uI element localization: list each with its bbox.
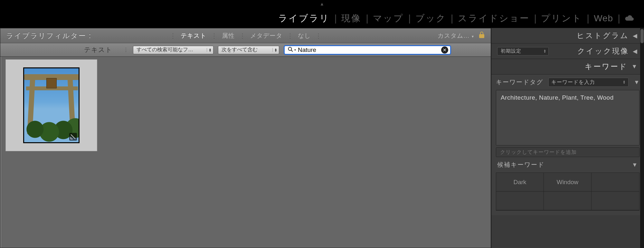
- filter-bar-title: ライブラリフィルター :: [6, 31, 91, 41]
- histogram-panel-header[interactable]: ヒストグラム ◀: [491, 28, 644, 44]
- expand-down-icon[interactable]: ▼: [634, 79, 639, 86]
- filter-lock-icon[interactable]: [478, 31, 485, 40]
- stepper-arrows-icon: ▲▼: [272, 48, 278, 52]
- grid-left-edge: [0, 57, 2, 248]
- collapse-left-icon: ◀: [633, 48, 638, 55]
- keyword-add-placeholder: クリックしてキーワードを追加: [500, 149, 577, 156]
- search-field-value: すべての検索可能なフ…: [137, 46, 193, 53]
- center-pane: ライブラリフィルター : ⋮ テキスト ⋮ 属性 ⋮ メタデータ ⋮ なし ⋮ …: [0, 28, 491, 248]
- right-scrollbar-track[interactable]: [640, 28, 644, 248]
- keyword-panel-header[interactable]: キーワード ▼: [491, 59, 644, 74]
- expand-down-icon[interactable]: ▼: [632, 162, 638, 168]
- keyword-add-input[interactable]: クリックしてキーワードを追加: [496, 147, 639, 157]
- suggested-keyword[interactable]: [592, 173, 639, 192]
- keyword-panel: キーワードタグ キーワードを入力 ▲▼ ▼ Architecture, Natu…: [491, 74, 644, 215]
- module-separator: |: [408, 13, 411, 24]
- module-separator: |: [366, 13, 368, 24]
- thumbnail-grid[interactable]: [0, 57, 491, 248]
- right-panel: ヒストグラム ◀ 初期設定 ▲▼ クイック現像 ◀ キーワード ▼ キーワードタ…: [491, 28, 644, 248]
- filter-separator: ⋮: [170, 32, 176, 40]
- keyword-tag-mode-value: キーワードを入力: [551, 79, 595, 86]
- filter-tab-text[interactable]: テキスト: [176, 32, 211, 40]
- collapse-left-icon: ◀: [633, 32, 638, 39]
- search-mode-dropdown-icon[interactable]: ▾: [294, 48, 298, 52]
- clear-search-icon[interactable]: ✕: [441, 46, 448, 54]
- keyword-tag-label: キーワードタグ: [496, 78, 543, 86]
- suggested-keyword[interactable]: [496, 192, 544, 210]
- expand-down-icon: ▼: [631, 63, 638, 70]
- quick-collection-badge-icon[interactable]: [69, 133, 77, 141]
- filter-separator: ⋮: [211, 32, 217, 40]
- right-scrollbar-thumb[interactable]: [640, 29, 644, 43]
- module-separator: |: [618, 13, 620, 24]
- module-separator: |: [587, 13, 589, 24]
- histogram-label: ヒストグラム: [577, 31, 629, 41]
- filter-separator: ⋮: [287, 32, 293, 40]
- thumbnail-cell[interactable]: [5, 59, 97, 151]
- suggested-keyword[interactable]: [592, 192, 639, 210]
- module-library[interactable]: ライブラリ: [274, 12, 334, 25]
- filter-tab-metadata[interactable]: メタデータ: [246, 32, 287, 40]
- cloud-sync-icon[interactable]: [620, 13, 634, 24]
- filter-separator: ⋮: [239, 32, 246, 40]
- keyword-list-box[interactable]: Architecture, Nature, Plant, Tree, Wood: [496, 90, 639, 145]
- stepper-arrows-icon: ▲▼: [544, 49, 546, 53]
- module-separator: |: [451, 13, 453, 24]
- quick-develop-label: クイック現像: [577, 46, 629, 56]
- module-print[interactable]: プリント: [536, 12, 587, 25]
- keyword-list-value: Architecture, Nature, Plant, Tree, Wood: [501, 94, 614, 101]
- keyword-label: キーワード: [585, 62, 628, 72]
- suggested-keywords-grid: Dark Window: [496, 173, 639, 211]
- module-web[interactable]: Web: [589, 13, 618, 24]
- filter-preset-dropdown[interactable]: カスタム… ▾: [438, 32, 474, 40]
- stepper-arrows-icon: ▲▼: [623, 80, 626, 84]
- suggested-keyword[interactable]: Dark: [496, 173, 544, 192]
- top-reveal-arrow[interactable]: ▲: [320, 1, 324, 6]
- module-map[interactable]: マップ: [368, 12, 408, 25]
- photo-preview: [24, 68, 79, 142]
- search-rule-select[interactable]: 次をすべて含む ▲▼: [218, 46, 279, 54]
- module-slideshow[interactable]: スライドショー: [453, 12, 534, 25]
- suggested-keywords-label: 候補キーワード: [497, 161, 545, 169]
- search-field-select[interactable]: すべての検索可能なフ… ▲▼: [133, 46, 213, 54]
- library-filter-bar: ライブラリフィルター : ⋮ テキスト ⋮ 属性 ⋮ メタデータ ⋮ なし ⋮ …: [0, 28, 491, 43]
- quick-develop-preset-select[interactable]: 初期設定 ▲▼: [497, 47, 549, 55]
- preset-value: 初期設定: [501, 48, 521, 54]
- search-icon[interactable]: [287, 47, 294, 53]
- stepper-arrows-icon: ▲▼: [207, 48, 212, 52]
- thumbnail-image[interactable]: [23, 67, 80, 143]
- keyword-tag-mode-select[interactable]: キーワードを入力 ▲▼: [548, 78, 629, 87]
- filter-tab-none[interactable]: なし: [293, 32, 315, 40]
- text-filter-row: テキスト ⋮ すべての検索可能なフ… ▲▼ 次をすべて含む ▲▼ ▾ ✕: [0, 43, 491, 57]
- filter-separator: ⋮: [123, 47, 128, 53]
- search-box: ▾ ✕: [284, 45, 451, 55]
- suggested-keyword[interactable]: [544, 192, 592, 210]
- quick-develop-panel-header[interactable]: 初期設定 ▲▼ クイック現像 ◀: [491, 44, 644, 59]
- search-input[interactable]: [298, 46, 441, 54]
- search-rule-value: 次をすべて含む: [222, 46, 258, 53]
- suggested-keyword[interactable]: Window: [544, 173, 592, 192]
- module-book[interactable]: ブック: [411, 12, 451, 25]
- text-filter-label: テキスト: [84, 45, 112, 54]
- module-develop[interactable]: 現像: [337, 12, 366, 25]
- module-separator: |: [334, 13, 337, 24]
- svg-point-0: [289, 47, 292, 50]
- filter-preset-label: カスタム…: [438, 32, 470, 39]
- filter-tab-attribute[interactable]: 属性: [217, 32, 239, 40]
- svg-line-1: [291, 50, 293, 52]
- filter-separator: ⋮: [315, 32, 322, 40]
- module-switcher: ライブラリ | 現像 | マップ | ブック | スライドショー | プリント …: [274, 12, 634, 25]
- module-separator: |: [534, 13, 537, 24]
